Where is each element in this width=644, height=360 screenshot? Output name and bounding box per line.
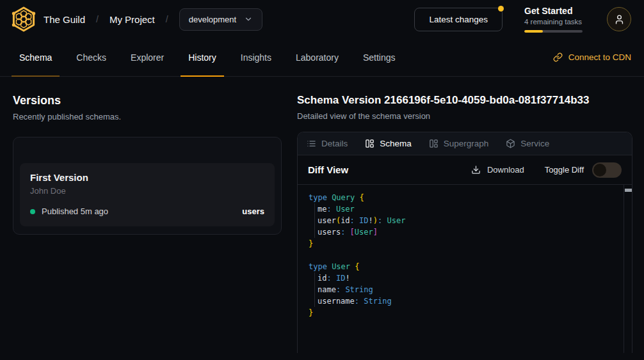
code-line: name: String	[309, 284, 619, 295]
version-name: First Version	[30, 172, 264, 183]
latest-changes-button[interactable]: Latest changes	[414, 8, 503, 31]
connect-cdn-label: Connect to CDN	[568, 52, 631, 62]
link-icon	[553, 52, 563, 62]
toggle-diff-label: Toggle Diff	[545, 165, 584, 175]
schema-code-viewer: type Query {me: Useruser(id: ID!): Useru…	[298, 185, 632, 353]
user-menu-button[interactable]	[607, 7, 631, 31]
version-detail-panel: Schema Version 2166196f-5e10-4059-bd0a-0…	[297, 77, 632, 353]
indent-guide	[314, 272, 315, 284]
detail-tab-service[interactable]: Service	[506, 139, 549, 148]
breadcrumb-org[interactable]: The Guild	[44, 14, 85, 25]
code-line: username: String	[309, 295, 619, 307]
scrollbar-track[interactable]	[624, 185, 632, 353]
tab-label: Insights	[241, 52, 271, 63]
tab-label: Settings	[363, 52, 396, 63]
tab-insights[interactable]: Insights	[233, 38, 279, 76]
code-line: type User {	[309, 261, 619, 272]
version-author: John Doe	[30, 186, 264, 196]
download-icon	[471, 165, 481, 175]
get-started-widget[interactable]: Get Started 4 remaining tasks	[524, 6, 585, 33]
tab-label: Checks	[76, 52, 106, 63]
code-line: user(id: ID!): User	[309, 215, 619, 226]
get-started-subtitle: 4 remaining tasks	[524, 18, 585, 26]
code-line: id: ID!	[309, 272, 619, 284]
main-content: Versions Recently published schemas. Fir…	[0, 77, 644, 353]
code-line	[309, 249, 619, 261]
version-detail-title: Schema Version 2166196f-5e10-4059-bd0a-0…	[297, 94, 632, 107]
diff-actions: Download Toggle Diff	[471, 162, 622, 178]
versions-title: Versions	[13, 94, 282, 107]
tab-explorer[interactable]: Explorer	[123, 38, 172, 76]
tab-label: History	[188, 52, 216, 63]
detail-tab-label: Supergraph	[444, 139, 489, 148]
toggle-diff-switch[interactable]	[592, 162, 622, 178]
tab-laboratory[interactable]: Laboratory	[288, 38, 346, 76]
detail-tab-details[interactable]: Details	[307, 139, 348, 148]
tab-label: Schema	[19, 52, 52, 63]
tab-label: Explorer	[131, 52, 164, 63]
breadcrumb: The Guild / My Project / development	[44, 8, 262, 31]
service-badge: users	[242, 207, 264, 216]
breadcrumb-separator: /	[166, 14, 168, 24]
download-label: Download	[487, 165, 524, 175]
get-started-title: Get Started	[524, 6, 585, 16]
get-started-progress-fill	[524, 30, 543, 33]
indent-guide	[314, 215, 315, 226]
detail-tab-label: Service	[520, 139, 549, 148]
list-icon	[307, 139, 316, 148]
breadcrumb-separator: /	[96, 14, 99, 24]
breadcrumb-project[interactable]: My Project	[109, 14, 155, 25]
header-actions: Latest changes Get Started 4 remaining t…	[414, 6, 631, 33]
notification-dot	[498, 6, 504, 12]
top-header: The Guild / My Project / development Lat…	[0, 0, 644, 38]
hive-logo-icon[interactable]	[9, 4, 38, 34]
version-list-item[interactable]: First Version John Doe Published 5m ago …	[20, 163, 275, 226]
download-button[interactable]: Download	[471, 165, 524, 175]
versions-subtitle: Recently published schemas.	[13, 112, 282, 121]
code-line: }	[309, 238, 619, 249]
indent-guide	[314, 295, 315, 307]
indent-guide	[314, 203, 315, 215]
version-detail-subtitle: Detailed view of the schema version	[297, 111, 632, 121]
versions-panel: Versions Recently published schemas. Fir…	[13, 77, 297, 353]
tab-history[interactable]: History	[181, 38, 224, 76]
panels-icon	[365, 139, 374, 148]
version-status: Published 5m ago	[42, 207, 108, 216]
published-status-dot	[30, 209, 35, 214]
code-line: type Query {	[309, 192, 619, 203]
connect-cdn-button[interactable]: Connect to CDN	[553, 38, 631, 76]
diff-header: Diff View Download Toggle Diff	[298, 155, 632, 185]
diff-view-title: Diff View	[308, 164, 348, 175]
chevron-down-icon	[244, 15, 253, 24]
panels-icon	[429, 139, 439, 148]
tab-checks[interactable]: Checks	[68, 38, 114, 76]
code-line: }	[309, 307, 619, 318]
versions-list-card: First Version John Doe Published 5m ago …	[13, 137, 282, 235]
scrollbar-thumb[interactable]	[625, 189, 632, 192]
version-meta-row: Published 5m ago users	[30, 207, 264, 216]
detail-tab-label: Details	[321, 139, 348, 148]
get-started-progress	[524, 30, 583, 33]
toggle-diff-control: Toggle Diff	[545, 162, 622, 178]
version-detail-card: Details Schema Supergraph	[297, 132, 632, 353]
code-line: me: User	[309, 203, 619, 215]
indent-guide	[314, 226, 315, 238]
target-selector[interactable]: development	[179, 8, 262, 31]
primary-nav: Schema Checks Explorer History Insights …	[0, 38, 644, 77]
indent-guide	[314, 284, 315, 295]
code-line: users: [User]	[309, 226, 619, 238]
tab-label: Laboratory	[296, 52, 339, 63]
tab-settings[interactable]: Settings	[355, 38, 403, 76]
toggle-knob	[593, 164, 606, 176]
latest-changes-label: Latest changes	[429, 15, 488, 24]
tab-schema[interactable]: Schema	[12, 38, 60, 76]
cube-icon	[506, 139, 515, 148]
app-root: The Guild / My Project / development Lat…	[0, 0, 644, 360]
user-icon	[614, 14, 625, 25]
detail-tab-label: Schema	[380, 139, 412, 148]
detail-tab-supergraph[interactable]: Supergraph	[429, 139, 489, 148]
detail-tab-schema[interactable]: Schema	[365, 139, 412, 148]
target-selector-value: development	[189, 15, 236, 24]
detail-tabbar: Details Schema Supergraph	[298, 132, 632, 155]
graphql-code: type Query {me: Useruser(id: ID!): Useru…	[298, 185, 632, 318]
